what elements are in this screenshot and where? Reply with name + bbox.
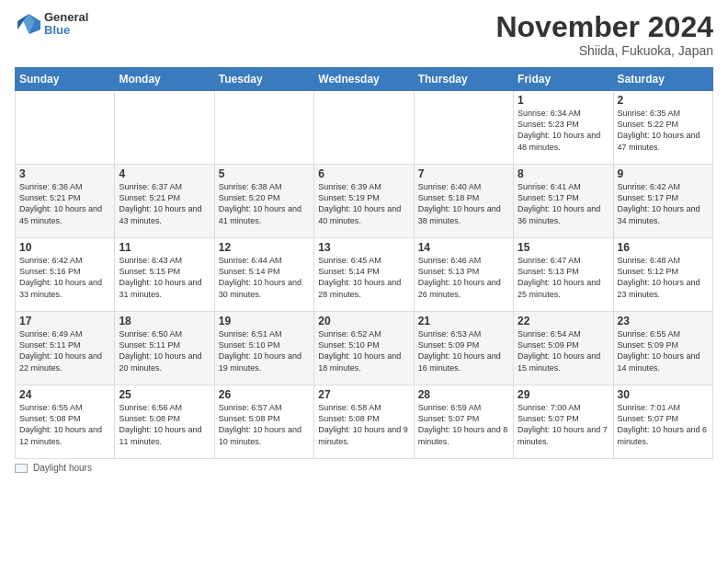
calendar-cell: 10Sunrise: 6:42 AM Sunset: 5:16 PM Dayli… [16, 238, 115, 312]
day-info: Sunrise: 6:34 AM Sunset: 5:23 PM Dayligh… [518, 108, 609, 153]
day-number: 7 [418, 167, 509, 180]
weekday-header: Thursday [414, 68, 513, 91]
day-number: 19 [219, 315, 310, 327]
calendar-week-row: 10Sunrise: 6:42 AM Sunset: 5:16 PM Dayli… [16, 238, 713, 312]
logo: General Blue [15, 11, 88, 38]
calendar-cell [214, 91, 313, 165]
day-number: 3 [19, 167, 110, 180]
logo-general: General [44, 11, 88, 24]
weekday-header: Wednesday [314, 68, 414, 91]
day-info: Sunrise: 6:59 AM Sunset: 5:07 PM Dayligh… [418, 402, 509, 447]
calendar-cell: 4Sunrise: 6:37 AM Sunset: 5:21 PM Daylig… [115, 165, 214, 238]
day-info: Sunrise: 6:56 AM Sunset: 5:08 PM Dayligh… [119, 402, 210, 447]
day-info: Sunrise: 6:54 AM Sunset: 5:09 PM Dayligh… [518, 328, 609, 373]
calendar-cell: 17Sunrise: 6:49 AM Sunset: 5:11 PM Dayli… [16, 312, 115, 385]
calendar-cell: 3Sunrise: 6:36 AM Sunset: 5:21 PM Daylig… [16, 165, 115, 238]
calendar-cell: 1Sunrise: 6:34 AM Sunset: 5:23 PM Daylig… [514, 91, 613, 165]
calendar-header-row: SundayMondayTuesdayWednesdayThursdayFrid… [16, 68, 713, 91]
day-number: 1 [518, 94, 609, 107]
location: Shiida, Fukuoka, Japan [495, 43, 713, 58]
day-info: Sunrise: 6:35 AM Sunset: 5:22 PM Dayligh… [618, 108, 709, 153]
calendar-cell: 9Sunrise: 6:42 AM Sunset: 5:17 PM Daylig… [613, 165, 712, 238]
day-info: Sunrise: 6:50 AM Sunset: 5:11 PM Dayligh… [119, 328, 210, 373]
calendar-cell [115, 91, 214, 165]
calendar-cell: 29Sunrise: 7:00 AM Sunset: 5:07 PM Dayli… [514, 385, 613, 459]
day-info: Sunrise: 6:40 AM Sunset: 5:18 PM Dayligh… [418, 181, 509, 226]
day-info: Sunrise: 6:58 AM Sunset: 5:08 PM Dayligh… [318, 402, 409, 447]
day-info: Sunrise: 6:48 AM Sunset: 5:12 PM Dayligh… [618, 255, 709, 300]
day-number: 4 [119, 167, 210, 180]
title-block: November 2024 Shiida, Fukuoka, Japan [495, 11, 713, 58]
legend-label: Daylight hours [33, 463, 92, 473]
calendar-cell: 20Sunrise: 6:52 AM Sunset: 5:10 PM Dayli… [314, 312, 414, 385]
day-number: 25 [119, 388, 210, 401]
day-info: Sunrise: 6:51 AM Sunset: 5:10 PM Dayligh… [219, 328, 310, 373]
page-header: General Blue November 2024 Shiida, Fukuo… [15, 11, 713, 58]
day-number: 28 [418, 388, 509, 401]
day-number: 21 [418, 315, 509, 327]
page-container: General Blue November 2024 Shiida, Fukuo… [0, 0, 728, 480]
legend: Daylight hours [15, 463, 713, 473]
day-info: Sunrise: 6:52 AM Sunset: 5:10 PM Dayligh… [318, 328, 409, 373]
day-number: 24 [19, 388, 110, 401]
day-number: 15 [518, 241, 609, 254]
day-number: 27 [318, 388, 409, 401]
day-number: 9 [618, 167, 709, 180]
weekday-header: Sunday [16, 68, 115, 91]
calendar-cell: 14Sunrise: 6:46 AM Sunset: 5:13 PM Dayli… [414, 238, 513, 312]
logo-text: General Blue [44, 11, 88, 38]
calendar-cell: 6Sunrise: 6:39 AM Sunset: 5:19 PM Daylig… [314, 165, 414, 238]
calendar-cell [314, 91, 414, 165]
day-info: Sunrise: 6:42 AM Sunset: 5:16 PM Dayligh… [19, 255, 110, 300]
logo-icon [15, 11, 40, 37]
day-number: 16 [618, 241, 709, 254]
calendar-cell [16, 91, 115, 165]
day-info: Sunrise: 7:01 AM Sunset: 5:07 PM Dayligh… [618, 402, 709, 447]
calendar-table: SundayMondayTuesdayWednesdayThursdayFrid… [15, 67, 713, 459]
calendar-cell: 27Sunrise: 6:58 AM Sunset: 5:08 PM Dayli… [314, 385, 414, 459]
calendar-week-row: 24Sunrise: 6:55 AM Sunset: 5:08 PM Dayli… [16, 385, 713, 459]
day-number: 26 [219, 388, 310, 401]
day-number: 23 [618, 315, 709, 327]
calendar-cell: 13Sunrise: 6:45 AM Sunset: 5:14 PM Dayli… [314, 238, 414, 312]
day-info: Sunrise: 6:42 AM Sunset: 5:17 PM Dayligh… [618, 181, 709, 226]
day-info: Sunrise: 6:39 AM Sunset: 5:19 PM Dayligh… [318, 181, 409, 226]
day-number: 8 [518, 167, 609, 180]
day-number: 10 [19, 241, 110, 254]
day-number: 30 [618, 388, 709, 401]
day-number: 6 [318, 167, 409, 180]
calendar-cell: 2Sunrise: 6:35 AM Sunset: 5:22 PM Daylig… [613, 91, 712, 165]
calendar-cell: 12Sunrise: 6:44 AM Sunset: 5:14 PM Dayli… [214, 238, 313, 312]
day-info: Sunrise: 6:44 AM Sunset: 5:14 PM Dayligh… [219, 255, 310, 300]
day-info: Sunrise: 6:41 AM Sunset: 5:17 PM Dayligh… [518, 181, 609, 226]
day-info: Sunrise: 6:37 AM Sunset: 5:21 PM Dayligh… [119, 181, 210, 226]
day-number: 13 [318, 241, 409, 254]
calendar-cell: 25Sunrise: 6:56 AM Sunset: 5:08 PM Dayli… [115, 385, 214, 459]
day-number: 18 [119, 315, 210, 327]
calendar-cell: 5Sunrise: 6:38 AM Sunset: 5:20 PM Daylig… [214, 165, 313, 238]
calendar-cell: 16Sunrise: 6:48 AM Sunset: 5:12 PM Dayli… [613, 238, 712, 312]
calendar-cell: 15Sunrise: 6:47 AM Sunset: 5:13 PM Dayli… [514, 238, 613, 312]
day-info: Sunrise: 6:38 AM Sunset: 5:20 PM Dayligh… [219, 181, 310, 226]
calendar-cell: 11Sunrise: 6:43 AM Sunset: 5:15 PM Dayli… [115, 238, 214, 312]
calendar-cell: 8Sunrise: 6:41 AM Sunset: 5:17 PM Daylig… [514, 165, 613, 238]
day-info: Sunrise: 6:45 AM Sunset: 5:14 PM Dayligh… [318, 255, 409, 300]
calendar-cell: 30Sunrise: 7:01 AM Sunset: 5:07 PM Dayli… [613, 385, 712, 459]
day-info: Sunrise: 7:00 AM Sunset: 5:07 PM Dayligh… [518, 402, 609, 447]
weekday-header: Monday [115, 68, 214, 91]
calendar-cell: 22Sunrise: 6:54 AM Sunset: 5:09 PM Dayli… [514, 312, 613, 385]
calendar-cell: 26Sunrise: 6:57 AM Sunset: 5:08 PM Dayli… [214, 385, 313, 459]
calendar-cell: 21Sunrise: 6:53 AM Sunset: 5:09 PM Dayli… [414, 312, 513, 385]
day-info: Sunrise: 6:57 AM Sunset: 5:08 PM Dayligh… [219, 402, 310, 447]
day-info: Sunrise: 6:36 AM Sunset: 5:21 PM Dayligh… [19, 181, 110, 226]
day-info: Sunrise: 6:43 AM Sunset: 5:15 PM Dayligh… [119, 255, 210, 300]
legend-icon [15, 464, 28, 473]
day-number: 5 [219, 167, 310, 180]
logo-blue: Blue [44, 24, 88, 37]
day-number: 2 [618, 94, 709, 107]
calendar-cell: 24Sunrise: 6:55 AM Sunset: 5:08 PM Dayli… [16, 385, 115, 459]
day-number: 14 [418, 241, 509, 254]
calendar-cell: 7Sunrise: 6:40 AM Sunset: 5:18 PM Daylig… [414, 165, 513, 238]
day-number: 17 [19, 315, 110, 327]
day-number: 29 [518, 388, 609, 401]
